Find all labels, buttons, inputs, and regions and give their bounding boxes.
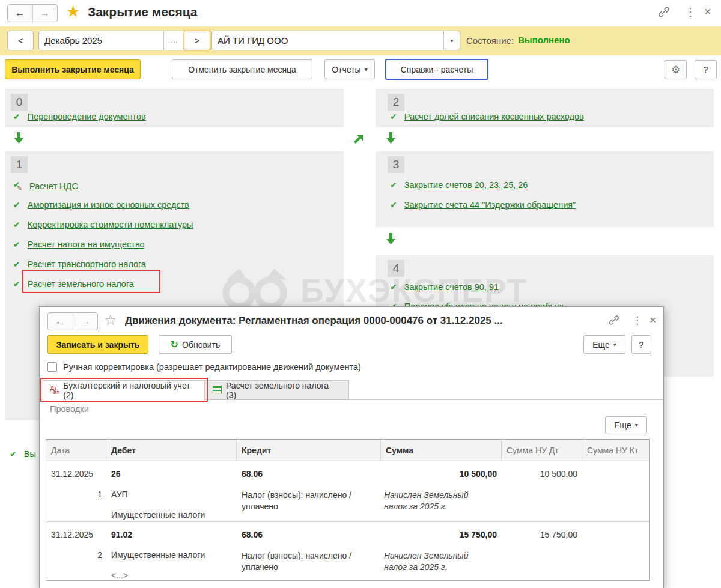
watermark-text: БУХЭКСПЕРТ: [300, 271, 528, 309]
dt-kt-icon: ДтКт: [50, 386, 59, 395]
flow-down-arrow-icon: [386, 233, 395, 247]
cell-credit-description: Налог (взносы): начислено / уплачено: [242, 550, 371, 573]
cell-debit-account: 91.02: [111, 530, 132, 539]
cell-amount-nu-dt: 10 500,00: [502, 469, 577, 479]
table-row[interactable]: 31.12.2025 2 91.02 Имущественные налоги …: [46, 521, 649, 582]
more-menu-icon[interactable]: ⋮: [632, 315, 642, 326]
cell-amount: 10 500,00: [381, 469, 497, 479]
operation-link[interactable]: Перепроведение документов: [28, 112, 146, 121]
tab-land-tax-calc[interactable]: Расчет земельного налога (3): [205, 380, 349, 400]
column-header-date[interactable]: Дата: [46, 440, 106, 461]
flow-down-arrow-icon: [14, 132, 23, 146]
table-icon: [213, 386, 222, 395]
operation-link[interactable]: Расчет НДС: [29, 181, 78, 191]
manual-correction-label: Ручная корректировка (разрешает редактир…: [63, 362, 361, 372]
postings-more-button[interactable]: Еще ▾: [605, 416, 647, 434]
status-label: Состояние:: [466, 35, 514, 46]
operation-link[interactable]: Расчет долей списания косвенных расходов: [404, 112, 584, 121]
back-button[interactable]: ←: [8, 5, 33, 22]
operation-link[interactable]: Расчет транспортного налога: [28, 259, 146, 269]
status-value: Выполнено: [518, 35, 570, 45]
main-help-button[interactable]: ?: [695, 60, 717, 79]
cell-comment: Начислен Земельный налог за 2025 г.: [384, 550, 489, 573]
operation-link[interactable]: Корректировка стоимости номенклатуры: [28, 220, 193, 229]
organization-value[interactable]: АЙ ТИ ГИД ООО: [212, 31, 443, 50]
column-header-amount[interactable]: Сумма: [381, 440, 502, 461]
done-check-icon: ✔: [13, 112, 20, 121]
favorite-star-icon[interactable]: ★: [66, 4, 80, 19]
cell-row-number: 2: [46, 550, 102, 560]
done-check-icon: ✔: [390, 181, 397, 189]
period-picker-button[interactable]: ...: [163, 31, 184, 50]
forward-button[interactable]: →: [33, 5, 58, 22]
next-month-button[interactable]: >: [184, 31, 210, 50]
cell-date: 31.12.2025: [51, 530, 93, 539]
dialog-title: Движения документа: Регламентная операци…: [125, 315, 503, 327]
back-button[interactable]: ←: [48, 313, 73, 330]
get-link-icon[interactable]: [608, 315, 620, 328]
more-menu-icon[interactable]: ⋮: [685, 7, 696, 17]
operation-link[interactable]: Амортизация и износ основных средств: [28, 200, 189, 210]
cell-debit-subconto2: <...>: [111, 571, 128, 580]
tab-accounting[interactable]: ДтКт Бухгалтерский и налоговый учет (2): [43, 380, 205, 400]
period-input[interactable]: Декабрь 2025: [39, 31, 163, 50]
cell-comment: Начислен Земельный налог за 2025 г.: [384, 489, 489, 512]
settings-button[interactable]: ⚙: [665, 60, 687, 79]
flow-diagonal-arrow-icon: [353, 135, 363, 147]
done-check-icon: ✔: [390, 201, 397, 209]
operation-link[interactable]: Расчет налога на имущество: [28, 240, 145, 249]
operation-link-partial[interactable]: Вы: [24, 449, 36, 459]
column-header-amount-nu-dt[interactable]: Сумма НУ Дт: [502, 440, 582, 461]
more-dropdown-icon: ▾: [613, 342, 616, 348]
run-month-closing-button[interactable]: Выполнить закрытие месяца: [5, 59, 141, 79]
column-header-credit[interactable]: Кредит: [237, 440, 381, 461]
forward-button[interactable]: →: [73, 313, 98, 330]
dialog-nav-history: ← →: [47, 312, 98, 330]
flow-down-arrow-icon: [386, 132, 395, 146]
dialog-more-button[interactable]: Еще ▾: [583, 335, 625, 354]
postings-table[interactable]: Дата Дебет Кредит Сумма Сумма НУ Дт Сумм…: [46, 439, 650, 581]
done-check-icon: ✔: [13, 220, 20, 229]
close-window-icon[interactable]: ×: [704, 5, 711, 17]
reports-button-label: Отчеты: [332, 65, 360, 74]
prev-month-button[interactable]: <: [7, 31, 34, 50]
table-row[interactable]: 31.12.2025 1 26 АУП Имущественные налоги…: [46, 461, 649, 521]
operation-link[interactable]: Закрытие счета 44 "Издержки обращения": [404, 200, 576, 210]
save-and-close-button[interactable]: Записать и закрыть: [47, 335, 148, 354]
postings-more-dropdown-icon: ▾: [635, 422, 638, 428]
done-check-icon: ✔: [13, 201, 20, 209]
cell-credit-account: 68.06: [242, 469, 263, 479]
section-number: 0: [11, 94, 28, 111]
done-check-icon: ✔: [13, 240, 20, 249]
page-title: Закрытие месяца: [88, 5, 198, 19]
period-field: Декабрь 2025 ...: [38, 31, 185, 50]
gear-icon: ⚙: [671, 64, 680, 76]
operation-link-land-tax[interactable]: Расчет земельного налога: [28, 279, 134, 289]
column-header-debit[interactable]: Дебет: [106, 440, 237, 461]
column-header-amount-nu-kt[interactable]: Сумма НУ Кт: [582, 440, 649, 461]
section-2: 2 ✔ Расчет долей списания косвенных расх…: [376, 89, 714, 127]
cancel-month-closing-button[interactable]: Отменить закрытие месяца: [172, 59, 312, 79]
dialog-help-button[interactable]: ?: [631, 335, 651, 354]
postings-panel-label: Проводки: [50, 404, 89, 414]
reports-dropdown-icon: ▾: [365, 67, 368, 73]
section-number: 3: [388, 156, 404, 173]
tab-accounting-label: Бухгалтерский и налоговый учет (2): [63, 381, 197, 400]
cell-debit-subconto1: Имущественные налоги: [111, 550, 205, 560]
tab-land-tax-label: Расчет земельного налога (3): [226, 381, 341, 400]
references-calculations-button[interactable]: Справки - расчеты: [385, 59, 488, 80]
get-link-icon[interactable]: [657, 6, 671, 20]
favorite-star-outline-icon[interactable]: ☆: [104, 313, 117, 327]
refresh-button-label: Обновить: [182, 340, 220, 350]
cell-credit-description: Налог (взносы): начислено / уплачено: [242, 489, 371, 512]
manual-correction-checkbox[interactable]: [47, 362, 57, 372]
more-button-label: Еще: [592, 340, 610, 350]
reports-button[interactable]: Отчеты ▾: [324, 59, 375, 79]
main-nav-history: ← →: [7, 4, 58, 22]
organization-dropdown-icon[interactable]: ▾: [443, 31, 460, 50]
section-number: 2: [388, 94, 404, 111]
cell-credit-account: 68.06: [242, 530, 263, 539]
refresh-button[interactable]: ↻ Обновить: [159, 335, 232, 354]
operation-link[interactable]: Закрытие счетов 20, 23, 25, 26: [404, 180, 528, 190]
close-dialog-icon[interactable]: ×: [650, 314, 656, 326]
